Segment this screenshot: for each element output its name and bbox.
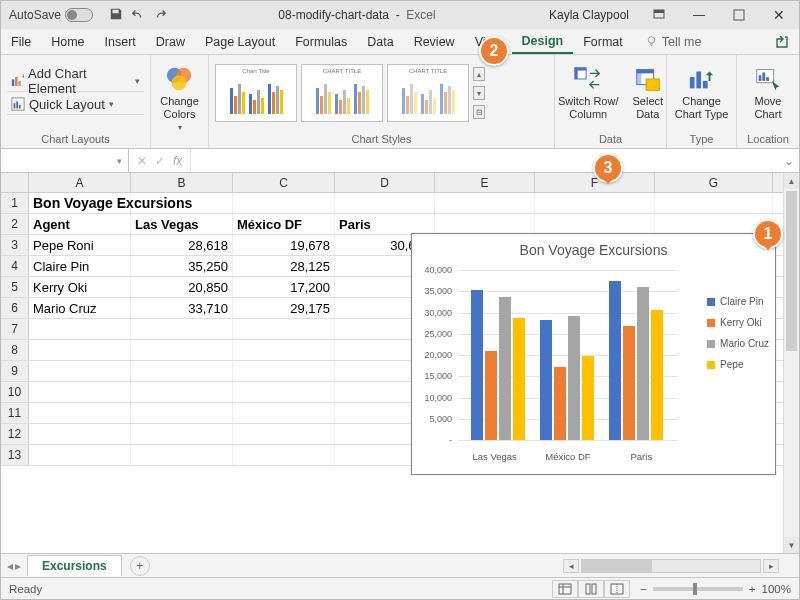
cell[interactable] <box>233 445 335 465</box>
normal-view-icon[interactable] <box>552 580 578 598</box>
chart-bar[interactable] <box>609 281 621 440</box>
cell[interactable]: Las Vegas <box>131 214 233 234</box>
chart-bar[interactable] <box>554 367 566 440</box>
col-header[interactable]: C <box>233 173 335 192</box>
tab-insert[interactable]: Insert <box>95 29 146 54</box>
row-header[interactable]: 4 <box>1 256 29 276</box>
cell[interactable]: Mario Cruz <box>29 298 131 318</box>
cell[interactable]: Paris <box>335 214 435 234</box>
zoom-in-icon[interactable]: + <box>749 583 756 595</box>
cell[interactable] <box>233 382 335 402</box>
row-header[interactable]: 9 <box>1 361 29 381</box>
add-chart-element-button[interactable]: + Add Chart Element▾ <box>7 71 144 92</box>
cell[interactable] <box>131 424 233 444</box>
col-header[interactable]: E <box>435 173 535 192</box>
cell[interactable] <box>233 361 335 381</box>
cancel-icon[interactable]: ✕ <box>137 154 147 168</box>
chart-bar[interactable] <box>637 287 649 440</box>
scroll-thumb[interactable] <box>786 191 797 351</box>
user-name[interactable]: Kayla Claypool <box>539 8 639 22</box>
cell[interactable] <box>233 340 335 360</box>
cell[interactable]: México DF <box>233 214 335 234</box>
add-sheet-button[interactable]: + <box>130 556 150 576</box>
cell[interactable] <box>131 340 233 360</box>
tab-design[interactable]: Design <box>512 29 574 54</box>
cell[interactable] <box>29 424 131 444</box>
cell[interactable] <box>131 445 233 465</box>
col-header[interactable]: A <box>29 173 131 192</box>
sheet-tab-active[interactable]: Excursions <box>27 555 122 576</box>
row-header[interactable]: 13 <box>1 445 29 465</box>
chart-bar[interactable] <box>485 351 497 440</box>
cell[interactable]: 28,618 <box>131 235 233 255</box>
gallery-more-button[interactable]: ▴▾⊟ <box>473 64 487 122</box>
select-data-button[interactable]: Select Data <box>626 63 669 123</box>
cell[interactable]: Kerry Oki <box>29 277 131 297</box>
share-button[interactable] <box>765 29 799 54</box>
formula-bar[interactable] <box>191 149 779 172</box>
switch-row-column-button[interactable]: Switch Row/ Column <box>552 63 625 123</box>
tab-page-layout[interactable]: Page Layout <box>195 29 285 54</box>
redo-icon[interactable] <box>153 7 167 24</box>
cell[interactable] <box>29 382 131 402</box>
cell[interactable] <box>535 193 655 213</box>
select-all-corner[interactable] <box>1 173 29 192</box>
cell[interactable] <box>131 403 233 423</box>
cell[interactable] <box>233 403 335 423</box>
cell[interactable]: 17,200 <box>233 277 335 297</box>
scroll-right-icon[interactable]: ▸ <box>763 559 779 573</box>
chart-bar[interactable] <box>540 320 552 440</box>
cell[interactable] <box>131 382 233 402</box>
worksheet-grid[interactable]: A B C D E F G 1Bon Voyage Excursions2Age… <box>1 173 799 553</box>
fx-icon[interactable]: fx <box>173 154 182 168</box>
chart-style-thumb[interactable]: CHART TITLE <box>301 64 383 122</box>
cell[interactable] <box>535 214 655 234</box>
scroll-up-icon[interactable]: ▲ <box>784 173 799 189</box>
cell[interactable] <box>233 319 335 339</box>
chart-bar[interactable] <box>499 297 511 440</box>
cell[interactable] <box>29 319 131 339</box>
quick-layout-button[interactable]: Quick Layout▾ <box>7 94 144 115</box>
horizontal-scrollbar[interactable]: ◂ ▸ <box>563 559 799 573</box>
cell[interactable] <box>29 403 131 423</box>
zoom-control[interactable]: − + 100% <box>640 583 791 595</box>
save-icon[interactable] <box>109 7 123 24</box>
vertical-scrollbar[interactable]: ▲ ▼ <box>783 173 799 553</box>
change-colors-button[interactable]: Change Colors▾ <box>154 63 205 135</box>
zoom-out-icon[interactable]: − <box>640 583 647 595</box>
cell[interactable]: Pepe Roni <box>29 235 131 255</box>
close-icon[interactable]: ✕ <box>759 1 799 29</box>
scroll-left-icon[interactable]: ◂ <box>563 559 579 573</box>
row-header[interactable]: 2 <box>1 214 29 234</box>
cell[interactable]: Agent <box>29 214 131 234</box>
cell[interactable] <box>131 319 233 339</box>
row-header[interactable]: 12 <box>1 424 29 444</box>
cell[interactable]: 20,850 <box>131 277 233 297</box>
row-header[interactable]: 10 <box>1 382 29 402</box>
minimize-icon[interactable]: — <box>679 1 719 29</box>
chart-style-gallery[interactable]: Chart Title CHART TITLE CHART TITLE ▴▾⊟ <box>215 64 487 122</box>
sheet-nav[interactable]: ◂▸ <box>1 559 27 573</box>
row-header[interactable]: 11 <box>1 403 29 423</box>
tab-data[interactable]: Data <box>357 29 403 54</box>
cell[interactable] <box>131 193 233 213</box>
move-chart-button[interactable]: Move Chart <box>747 63 789 123</box>
cell[interactable]: 29,175 <box>233 298 335 318</box>
cell[interactable]: Bon Voyage Excursions <box>29 193 131 213</box>
chart-legend[interactable]: Claire PinKerry OkiMario CruzPepe <box>707 296 769 380</box>
autosave-toggle[interactable]: AutoSave <box>1 8 101 22</box>
zoom-level[interactable]: 100% <box>762 583 791 595</box>
tab-review[interactable]: Review <box>404 29 465 54</box>
cell[interactable]: 19,678 <box>233 235 335 255</box>
cell[interactable] <box>131 361 233 381</box>
row-header[interactable]: 6 <box>1 298 29 318</box>
cell[interactable] <box>335 193 435 213</box>
chart-plot-area[interactable] <box>458 270 678 440</box>
chart-title[interactable]: Bon Voyage Excursions <box>412 234 775 262</box>
cell[interactable] <box>233 193 335 213</box>
col-header[interactable]: D <box>335 173 435 192</box>
enter-icon[interactable]: ✓ <box>155 154 165 168</box>
tab-format[interactable]: Format <box>573 29 633 54</box>
tab-draw[interactable]: Draw <box>146 29 195 54</box>
scroll-down-icon[interactable]: ▼ <box>784 537 799 553</box>
